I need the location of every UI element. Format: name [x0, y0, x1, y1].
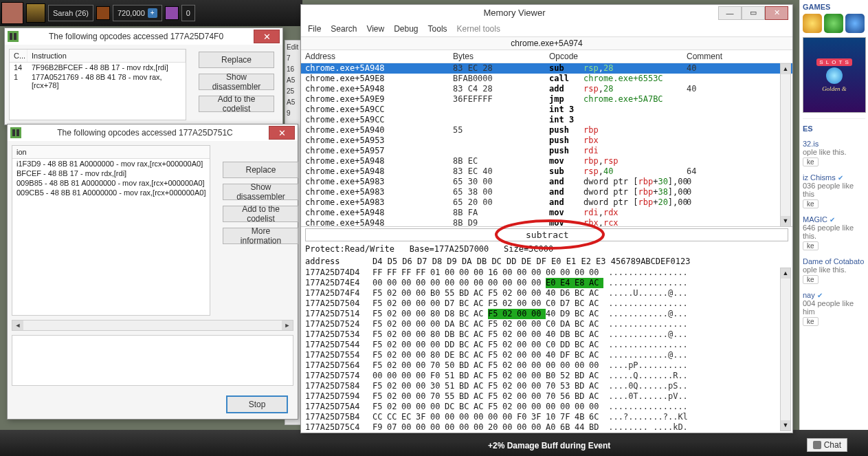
replace-button-1[interactable]: Replace: [199, 52, 274, 68]
disasm-row[interactable]: chrome.exe+5A9488B D9movrbx,rcx: [301, 218, 792, 227]
hex-row[interactable]: 177A25D757400000000F051BDACF5020000B052B…: [305, 371, 788, 381]
col-opcode[interactable]: Opcode: [549, 52, 583, 61]
disasm-row[interactable]: chrome.exe+5A9488B ECmovrbp,rsp: [301, 156, 792, 166]
disasm-row[interactable]: chrome.exe+5A94883 EC 40subrsp,4064: [301, 166, 792, 177]
col-instruction[interactable]: Instruction: [27, 50, 186, 62]
like-button[interactable]: ke: [803, 317, 819, 326]
menu-tools[interactable]: Tools: [428, 24, 447, 34]
scroll-right-icon[interactable]: ►: [282, 321, 293, 330]
disasm-row[interactable]: chrome.exe+5A94883 C4 28addrsp,2840: [301, 84, 792, 94]
scroll-down-icon[interactable]: ▼: [781, 420, 790, 431]
hex-row[interactable]: 177A25D75A4F502000000DCBCACF502000000000…: [305, 402, 788, 412]
disasm-row[interactable]: chrome.exe+5A9CCint 3: [301, 105, 792, 115]
stop-button[interactable]: Stop: [226, 395, 288, 413]
like-button[interactable]: ke: [803, 275, 819, 284]
disasm-row[interactable]: chrome.exe+5A98365 30 00anddword ptr [rb…: [301, 177, 792, 187]
close-button-mv[interactable]: ✕: [765, 6, 788, 20]
menu-debug[interactable]: Debug: [394, 24, 418, 34]
table-row[interactable]: 1177A0521769 - 48 8B 41 78 - mov rax,[rc…: [10, 72, 186, 90]
titlebar-2[interactable]: The following opcodes accessed 177A25D75…: [8, 124, 298, 141]
assemble-input[interactable]: subtract: [305, 228, 788, 241]
menu-file[interactable]: File: [308, 24, 321, 34]
avatar[interactable]: [1, 2, 23, 24]
like-button[interactable]: ke: [803, 158, 819, 166]
more-information-button[interactable]: More information: [223, 228, 298, 244]
hex-row[interactable]: 177A25D7534F502000080DBBCACF502000040DBB…: [305, 329, 788, 340]
list-item[interactable]: i1F3D9 - 48 8B 81 A0000000 - mov rax,[rc…: [12, 159, 210, 169]
chat-button[interactable]: Chat: [807, 438, 847, 452]
hex-row[interactable]: 177A25D7584F50200003051BDACF50200007053B…: [305, 381, 788, 391]
menu-search[interactable]: Search: [331, 24, 357, 34]
col-comment[interactable]: Comment: [687, 52, 792, 61]
hex-row[interactable]: 177A25D7544F502000000DDBCACF5020000C0DDB…: [305, 340, 788, 350]
disasm-scrollbar[interactable]: ▲ ▼: [780, 63, 791, 227]
list-item[interactable]: 009B85 - 48 8B 81 A0000000 - mov rax,[rc…: [12, 178, 210, 188]
like-button[interactable]: ke: [803, 241, 819, 250]
col-address[interactable]: Address: [305, 52, 453, 61]
menu-kernel-tools[interactable]: Kernel tools: [457, 24, 500, 34]
hex-scrollbar[interactable]: ▲ ▼: [780, 268, 791, 431]
horizontal-scrollbar[interactable]: ◄ ►: [12, 320, 293, 331]
hex-row[interactable]: 177A25D74F4F5020000B055BDACF502000040D6B…: [305, 288, 788, 298]
disasm-row[interactable]: chrome.exe+5A9E936FEFFFFjmpchrome.exe+5A…: [301, 94, 792, 105]
hex-row[interactable]: 177A25D7524F502000000DABCACF5020000C0DAB…: [305, 319, 788, 329]
menu-view[interactable]: View: [366, 24, 384, 34]
player-name-box[interactable]: Sarah (26): [48, 5, 93, 21]
titlebar-1[interactable]: The following opcodes accessed 177A25D74…: [5, 28, 282, 45]
hex-row[interactable]: 177A25D74E4000000000000000000000000E0E4E…: [305, 278, 788, 288]
hex-row[interactable]: 177A25D7514F502000080D8BCACF502000040D9B…: [305, 309, 788, 319]
disasm-row[interactable]: chrome.exe+5A953pushrbx: [301, 135, 792, 146]
col-header-2[interactable]: ion: [12, 146, 210, 159]
disasm-row[interactable]: chrome.exe+5A9488B FAmovrdi,rdx: [301, 208, 792, 218]
disassembly-panel[interactable]: chrome.exe+5A94883 EC 28subrsp,2840chrom…: [301, 63, 792, 227]
add-codelist-button-1[interactable]: Add to the codelist: [199, 96, 274, 112]
game-tile-3[interactable]: [845, 14, 865, 33]
close-button-2[interactable]: ✕: [269, 126, 295, 140]
hex-row[interactable]: 177A25D75B4CCCCEC3F000000000000F03F107F4…: [305, 412, 788, 422]
scroll-up-icon[interactable]: ▲: [781, 64, 790, 74]
table-row[interactable]: 147F96B2BFCEF - 48 8B 17 - mov rdx,[rdi]: [10, 63, 186, 72]
disasm-row[interactable]: chrome.exe+5A957pushrdi: [301, 146, 792, 156]
list-item[interactable]: 009CB5 - 48 8B 81 A0000000 - mov rax,[rc…: [12, 188, 210, 197]
like-button[interactable]: ke: [803, 199, 819, 208]
scroll-left-icon[interactable]: ◄: [12, 321, 23, 330]
minimize-button[interactable]: —: [718, 6, 742, 20]
scroll-up-icon[interactable]: ▲: [781, 268, 790, 279]
disasm-row[interactable]: chrome.exe+5A9CCint 3: [301, 115, 792, 125]
scroll-down-icon[interactable]: ▼: [781, 216, 790, 226]
add-codelist-button-2[interactable]: Add to the codelist: [223, 206, 298, 222]
disasm-row[interactable]: chrome.exe+5A94055pushrbp: [301, 125, 792, 135]
col-bytes[interactable]: Bytes: [453, 52, 549, 61]
maximize-button[interactable]: ▭: [742, 6, 765, 20]
replace-button-2[interactable]: Replace: [223, 162, 298, 178]
hex-dump-panel[interactable]: 177A25D74D4FFFFFFFF010000001600000000000…: [301, 268, 792, 433]
disasm-row[interactable]: chrome.exe+5A98365 20 00anddword ptr [rb…: [301, 197, 792, 208]
page-suggestion[interactable]: nay ✔004 people like himke: [803, 291, 865, 326]
opcode-list-2[interactable]: ion i1F3D9 - 48 8B 81 A0000000 - mov rax…: [12, 145, 210, 316]
page-suggestion[interactable]: iz Chisms ✔036 people like thiske: [803, 173, 865, 208]
page-suggestion[interactable]: MAGIC ✔646 people like this.ke: [803, 215, 865, 250]
hex-row[interactable]: 177A25D75C4F90700000000000020000000A06B4…: [305, 422, 788, 433]
hex-row[interactable]: 177A25D74D4FFFFFFFF010000001600000000000…: [305, 268, 788, 278]
titlebar-mv[interactable]: Memory Viewer — ▭ ✕: [301, 5, 792, 21]
hex-row[interactable]: 177A25D7554F502000080DEBCACF502000040DFB…: [305, 350, 788, 360]
page-suggestion[interactable]: Dame of Cotabatoople like this.ke: [803, 257, 865, 284]
hex-row[interactable]: 177A25D7594F50200007055BDACF50200007056B…: [305, 391, 788, 402]
slot-ad[interactable]: S L O T S Golden &: [803, 37, 866, 113]
disasm-row[interactable]: chrome.exe+5A94883 EC 28subrsp,2840: [301, 63, 792, 74]
close-button-1[interactable]: ✕: [254, 30, 280, 43]
show-disassembler-button-2[interactable]: Show disassembler: [223, 184, 298, 200]
opcode-table-1[interactable]: C... Instruction 147F96B2BFCEF - 48 8B 1…: [9, 49, 186, 120]
col-count[interactable]: C...: [10, 50, 27, 62]
show-disassembler-button-1[interactable]: Show disassembler: [199, 74, 274, 90]
hex-row[interactable]: 177A25D7564F50200007050BDACF502000000000…: [305, 360, 788, 371]
hex-row[interactable]: 177A25D7504F502000000D7BCACF5020000C0D7B…: [305, 298, 788, 309]
add-resource1-button[interactable]: +: [148, 8, 157, 18]
page-suggestion[interactable]: 32.isople like this.ke: [803, 140, 865, 166]
disasm-row[interactable]: chrome.exe+5A9E8BFAB0000callchrome.exe+6…: [301, 74, 792, 84]
game-tile-1[interactable]: [803, 14, 822, 33]
disasm-row[interactable]: chrome.exe+5A98365 38 00anddword ptr [rb…: [301, 187, 792, 197]
context-address[interactable]: chrome.exe+5A974: [301, 37, 792, 50]
game-tile-2[interactable]: [824, 14, 843, 33]
list-item[interactable]: BFCEF - 48 8B 17 - mov rdx,[rdi]: [12, 169, 210, 178]
